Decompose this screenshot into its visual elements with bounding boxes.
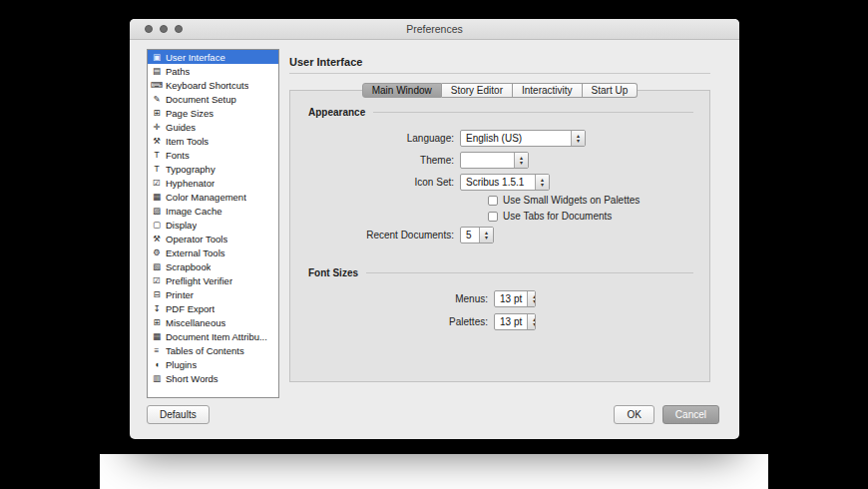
scrapbook-icon: ▧ (151, 261, 163, 271)
zoom-button[interactable] (175, 25, 183, 33)
small-widgets-row: Use Small Widgets on Palettes (488, 195, 709, 206)
external-tools-icon: ⚙ (151, 247, 163, 257)
paths-icon: ▤ (151, 66, 163, 76)
recent-documents-row: Recent Documents: 5 ▴▾ (290, 227, 709, 244)
tabs-for-documents-row: Use Tabs for Documents (488, 211, 709, 222)
palettes-row: Palettes: 13 pt ▴▾ (290, 313, 709, 330)
category-list: ▣ User Interface ▤ Paths ⌨ Keyboard Shor… (147, 49, 279, 398)
plugins-icon: ◖ (151, 359, 163, 369)
sidebar-item-keyboard-shortcuts[interactable]: ⌨ Keyboard Shortcuts (148, 78, 278, 92)
stepper-arrows-icon[interactable]: ▴▾ (479, 228, 493, 243)
page-sizes-icon: ⊞ (151, 108, 163, 118)
document-item-attributes-icon: ▦ (151, 331, 163, 341)
minimize-button[interactable] (160, 25, 168, 33)
defaults-button[interactable]: Defaults (147, 405, 210, 424)
short-words-icon: ▥ (151, 373, 163, 383)
tab-main-window[interactable]: Main Window (362, 83, 442, 98)
recent-documents-label: Recent Documents: (290, 230, 460, 241)
fonts-icon: T (151, 150, 163, 160)
theme-row: Theme: ▴▾ (290, 152, 709, 169)
icon-set-label: Icon Set: (290, 177, 460, 188)
sidebar-item-miscellaneous[interactable]: ⊞ Miscellaneous (148, 315, 278, 329)
font-sizes-section-header: Font Sizes (308, 267, 693, 278)
tab-start-up[interactable]: Start Up (583, 83, 639, 98)
main-window-tab-panel: Appearance Language: English (US) ▴▾ The… (289, 90, 710, 382)
language-label: Language: (290, 133, 460, 144)
sidebar-item-short-words[interactable]: ▥ Short Words (148, 371, 278, 385)
sidebar-item-preflight-verifier[interactable]: ☑ Preflight Verifier (148, 273, 278, 287)
sidebar-item-user-interface[interactable]: ▣ User Interface (148, 50, 278, 64)
window-title: Preferences (406, 23, 463, 35)
sidebar-item-hyphenator[interactable]: ☑ Hyphenator (148, 176, 278, 190)
use-small-widgets-label[interactable]: Use Small Widgets on Palettes (503, 195, 640, 206)
language-select[interactable]: English (US) ▴▾ (460, 130, 586, 147)
appearance-section-header: Appearance (308, 107, 693, 118)
tables-of-contents-icon: ≡ (151, 345, 163, 355)
sidebar-item-color-management[interactable]: ▦ Color Management (148, 190, 278, 204)
sidebar-item-external-tools[interactable]: ⚙ External Tools (148, 245, 278, 259)
recent-documents-spinner[interactable]: 5 ▴▾ (460, 227, 494, 244)
sidebar-item-guides[interactable]: ✛ Guides (148, 120, 278, 134)
hyphenator-icon: ☑ (151, 178, 163, 188)
tab-interactivity[interactable]: Interactivity (513, 83, 583, 98)
palettes-label: Palettes: (290, 316, 494, 327)
miscellaneous-icon: ⊞ (151, 317, 163, 327)
sidebar-item-tables-of-contents[interactable]: ≡ Tables of Contents (148, 343, 278, 357)
background-strip (100, 454, 768, 489)
image-cache-icon: ▨ (151, 206, 163, 216)
menus-label: Menus: (290, 293, 494, 304)
sidebar-item-document-setup[interactable]: ✎ Document Setup (148, 92, 278, 106)
stepper-arrows-icon[interactable]: ▴▾ (527, 291, 536, 306)
sidebar-item-fonts[interactable]: T Fonts (148, 148, 278, 162)
use-small-widgets-checkbox[interactable] (488, 196, 498, 206)
guides-icon: ✛ (151, 122, 163, 132)
sidebar-item-document-item-attributes[interactable]: ▦ Document Item Attribu... (148, 329, 278, 343)
sidebar-item-operator-tools[interactable]: ⚒ Operator Tools (148, 232, 278, 245)
operator-tools-icon: ⚒ (151, 234, 163, 244)
heading-separator (289, 73, 710, 74)
section-rule (373, 112, 693, 113)
use-tabs-for-documents-label[interactable]: Use Tabs for Documents (503, 211, 612, 222)
window-controls (145, 25, 183, 33)
sidebar-item-typography[interactable]: T Typography (148, 162, 278, 176)
sidebar-item-pdf-export[interactable]: ↧ PDF Export (148, 301, 278, 315)
display-icon: ▢ (151, 220, 163, 230)
sidebar-item-printer[interactable]: ⊟ Printer (148, 287, 278, 301)
theme-select[interactable]: ▴▾ (460, 152, 529, 169)
footer: Defaults OK Cancel (147, 405, 719, 424)
language-row: Language: English (US) ▴▾ (290, 130, 709, 147)
tab-story-editor[interactable]: Story Editor (442, 83, 513, 98)
palettes-font-size-spinner[interactable]: 13 pt ▴▾ (494, 313, 536, 330)
preflight-verifier-icon: ☑ (151, 275, 163, 285)
use-tabs-for-documents-checkbox[interactable] (488, 212, 498, 222)
cancel-button[interactable]: Cancel (662, 405, 719, 424)
item-tools-icon: ⚒ (151, 136, 163, 146)
dropdown-arrows-icon: ▴▾ (571, 131, 585, 146)
icon-set-select[interactable]: Scribus 1.5.1 ▴▾ (460, 174, 550, 191)
sidebar-item-item-tools[interactable]: ⚒ Item Tools (148, 134, 278, 148)
stepper-arrows-icon[interactable]: ▴▾ (527, 314, 536, 329)
tab-bar: Main Window Story Editor Interactivity S… (289, 83, 710, 98)
printer-icon: ⊟ (151, 289, 163, 299)
typography-icon: T (151, 164, 163, 174)
pdf-export-icon: ↧ (151, 303, 163, 313)
keyboard-icon: ⌨ (151, 80, 163, 90)
theme-label: Theme: (290, 155, 460, 166)
document-setup-icon: ✎ (151, 94, 163, 104)
sidebar-item-scrapbook[interactable]: ▧ Scrapbook (148, 259, 278, 273)
sidebar-item-plugins[interactable]: ◖ Plugins (148, 357, 278, 371)
sidebar-item-paths[interactable]: ▤ Paths (148, 64, 278, 78)
sidebar-item-display[interactable]: ▢ Display (148, 218, 278, 232)
sidebar-item-image-cache[interactable]: ▨ Image Cache (148, 204, 278, 218)
icon-set-row: Icon Set: Scribus 1.5.1 ▴▾ (290, 174, 709, 191)
title-bar[interactable]: Preferences (130, 19, 739, 40)
menus-font-size-spinner[interactable]: 13 pt ▴▾ (494, 290, 536, 307)
sidebar-item-page-sizes[interactable]: ⊞ Page Sizes (148, 106, 278, 120)
user-interface-icon: ▣ (151, 52, 163, 62)
ok-button[interactable]: OK (614, 405, 653, 424)
dropdown-arrows-icon: ▴▾ (514, 153, 528, 168)
preferences-window: Preferences ▣ User Interface ▤ Paths ⌨ K… (130, 19, 739, 439)
close-button[interactable] (145, 25, 153, 33)
menus-row: Menus: 13 pt ▴▾ (290, 290, 709, 307)
color-management-icon: ▦ (151, 192, 163, 202)
